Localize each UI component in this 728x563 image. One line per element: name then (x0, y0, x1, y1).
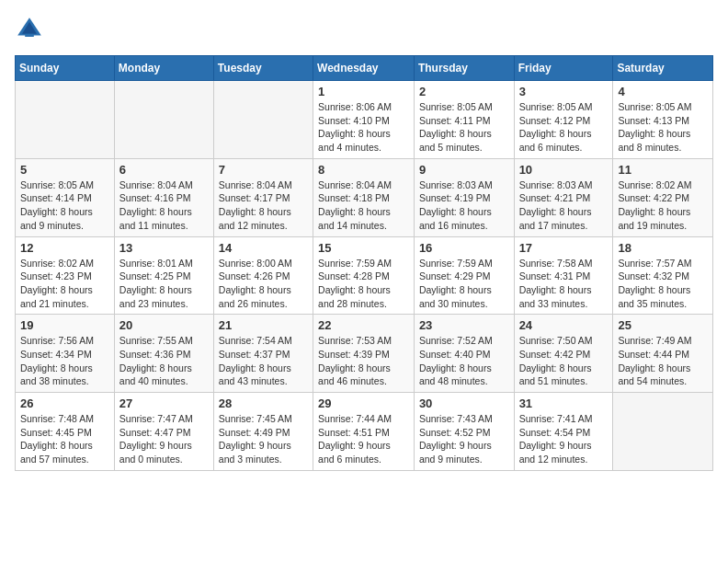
calendar-day-cell: 11Sunrise: 8:02 AM Sunset: 4:22 PM Dayli… (613, 158, 713, 236)
day-number: 3 (519, 85, 609, 98)
day-number: 23 (419, 318, 509, 332)
day-number: 9 (419, 163, 509, 177)
day-info: Sunrise: 7:45 AM Sunset: 4:49 PM Dayligh… (219, 412, 308, 466)
day-number: 30 (419, 396, 509, 410)
weekday-header: Sunday (16, 56, 115, 81)
weekday-header: Monday (114, 56, 213, 81)
calendar-day-cell: 22Sunrise: 7:53 AM Sunset: 4:39 PM Dayli… (313, 315, 415, 393)
weekday-header: Friday (514, 56, 613, 81)
calendar-day-cell: 25Sunrise: 7:49 AM Sunset: 4:44 PM Dayli… (613, 315, 713, 393)
day-number: 24 (519, 318, 609, 332)
day-number: 14 (219, 241, 308, 255)
calendar-day-cell: 4Sunrise: 8:05 AM Sunset: 4:13 PM Daylig… (613, 81, 713, 159)
day-info: Sunrise: 7:50 AM Sunset: 4:42 PM Dayligh… (519, 334, 609, 388)
day-number: 13 (119, 241, 209, 255)
day-number: 16 (419, 241, 509, 255)
calendar-day-cell: 1Sunrise: 8:06 AM Sunset: 4:10 PM Daylig… (313, 81, 415, 159)
day-info: Sunrise: 8:05 AM Sunset: 4:11 PM Dayligh… (419, 100, 509, 155)
day-info: Sunrise: 7:57 AM Sunset: 4:32 PM Dayligh… (618, 257, 708, 311)
day-info: Sunrise: 8:00 AM Sunset: 4:26 PM Dayligh… (219, 257, 308, 311)
day-number: 4 (618, 85, 708, 98)
calendar-header-row: SundayMondayTuesdayWednesdayThursdayFrid… (16, 56, 713, 81)
day-number: 27 (119, 396, 209, 410)
logo (15, 15, 48, 44)
day-info: Sunrise: 8:05 AM Sunset: 4:14 PM Dayligh… (20, 178, 109, 233)
day-info: Sunrise: 8:04 AM Sunset: 4:17 PM Dayligh… (219, 178, 308, 233)
calendar-day-cell: 10Sunrise: 8:03 AM Sunset: 4:21 PM Dayli… (514, 158, 613, 236)
calendar-day-cell: 19Sunrise: 7:56 AM Sunset: 4:34 PM Dayli… (16, 315, 115, 393)
calendar-week-row: 5Sunrise: 8:05 AM Sunset: 4:14 PM Daylig… (16, 158, 713, 236)
day-info: Sunrise: 8:01 AM Sunset: 4:25 PM Dayligh… (119, 257, 209, 311)
day-number: 25 (618, 318, 708, 332)
calendar-day-cell: 18Sunrise: 7:57 AM Sunset: 4:32 PM Dayli… (613, 236, 713, 315)
calendar-week-row: 12Sunrise: 8:02 AM Sunset: 4:23 PM Dayli… (16, 236, 713, 315)
day-info: Sunrise: 7:53 AM Sunset: 4:39 PM Dayligh… (318, 334, 409, 388)
calendar-day-cell: 21Sunrise: 7:54 AM Sunset: 4:37 PM Dayli… (213, 315, 313, 393)
calendar-day-cell: 3Sunrise: 8:05 AM Sunset: 4:12 PM Daylig… (514, 81, 613, 159)
weekday-header: Tuesday (213, 56, 313, 81)
page-header (15, 15, 713, 44)
day-info: Sunrise: 7:49 AM Sunset: 4:44 PM Dayligh… (618, 334, 708, 388)
calendar-day-cell (114, 81, 213, 159)
day-number: 10 (519, 163, 609, 177)
day-number: 19 (20, 318, 109, 332)
calendar-week-row: 1Sunrise: 8:06 AM Sunset: 4:10 PM Daylig… (16, 81, 713, 159)
calendar-day-cell (16, 81, 115, 159)
day-number: 15 (318, 241, 409, 255)
calendar-day-cell: 23Sunrise: 7:52 AM Sunset: 4:40 PM Dayli… (414, 315, 514, 393)
day-info: Sunrise: 8:04 AM Sunset: 4:16 PM Dayligh… (119, 178, 209, 233)
calendar: SundayMondayTuesdayWednesdayThursdayFrid… (15, 55, 713, 471)
day-info: Sunrise: 7:58 AM Sunset: 4:31 PM Dayligh… (519, 257, 609, 311)
day-number: 26 (20, 396, 109, 410)
calendar-day-cell: 5Sunrise: 8:05 AM Sunset: 4:14 PM Daylig… (16, 158, 115, 236)
day-number: 21 (219, 318, 308, 332)
weekday-header: Thursday (414, 56, 514, 81)
day-info: Sunrise: 7:59 AM Sunset: 4:28 PM Dayligh… (318, 257, 409, 311)
calendar-week-row: 26Sunrise: 7:48 AM Sunset: 4:45 PM Dayli… (16, 393, 713, 471)
calendar-week-row: 19Sunrise: 7:56 AM Sunset: 4:34 PM Dayli… (16, 315, 713, 393)
day-info: Sunrise: 8:04 AM Sunset: 4:18 PM Dayligh… (318, 178, 409, 233)
day-number: 7 (219, 163, 308, 177)
calendar-day-cell: 12Sunrise: 8:02 AM Sunset: 4:23 PM Dayli… (16, 236, 115, 315)
day-info: Sunrise: 8:03 AM Sunset: 4:21 PM Dayligh… (519, 178, 609, 233)
day-number: 31 (519, 396, 609, 410)
calendar-day-cell: 17Sunrise: 7:58 AM Sunset: 4:31 PM Dayli… (514, 236, 613, 315)
day-number: 18 (618, 241, 708, 255)
day-info: Sunrise: 8:05 AM Sunset: 4:13 PM Dayligh… (618, 100, 708, 155)
day-number: 29 (318, 396, 409, 410)
weekday-header: Wednesday (313, 56, 415, 81)
weekday-header: Saturday (613, 56, 713, 81)
day-number: 6 (119, 163, 209, 177)
day-number: 28 (219, 396, 308, 410)
day-info: Sunrise: 8:03 AM Sunset: 4:19 PM Dayligh… (419, 178, 509, 233)
calendar-day-cell: 29Sunrise: 7:44 AM Sunset: 4:51 PM Dayli… (313, 393, 415, 471)
calendar-day-cell: 8Sunrise: 8:04 AM Sunset: 4:18 PM Daylig… (313, 158, 415, 236)
day-info: Sunrise: 7:44 AM Sunset: 4:51 PM Dayligh… (318, 412, 409, 466)
calendar-day-cell (213, 81, 313, 159)
calendar-day-cell: 7Sunrise: 8:04 AM Sunset: 4:17 PM Daylig… (213, 158, 313, 236)
calendar-day-cell: 6Sunrise: 8:04 AM Sunset: 4:16 PM Daylig… (114, 158, 213, 236)
calendar-day-cell: 14Sunrise: 8:00 AM Sunset: 4:26 PM Dayli… (213, 236, 313, 315)
day-info: Sunrise: 7:54 AM Sunset: 4:37 PM Dayligh… (219, 334, 308, 388)
calendar-day-cell: 30Sunrise: 7:43 AM Sunset: 4:52 PM Dayli… (414, 393, 514, 471)
day-info: Sunrise: 7:59 AM Sunset: 4:29 PM Dayligh… (419, 257, 509, 311)
calendar-day-cell: 28Sunrise: 7:45 AM Sunset: 4:49 PM Dayli… (213, 393, 313, 471)
svg-rect-2 (25, 34, 34, 37)
day-info: Sunrise: 7:48 AM Sunset: 4:45 PM Dayligh… (20, 412, 109, 466)
calendar-day-cell: 20Sunrise: 7:55 AM Sunset: 4:36 PM Dayli… (114, 315, 213, 393)
day-number: 20 (119, 318, 209, 332)
calendar-day-cell: 27Sunrise: 7:47 AM Sunset: 4:47 PM Dayli… (114, 393, 213, 471)
day-info: Sunrise: 7:55 AM Sunset: 4:36 PM Dayligh… (119, 334, 209, 388)
day-info: Sunrise: 8:05 AM Sunset: 4:12 PM Dayligh… (519, 100, 609, 155)
day-info: Sunrise: 7:52 AM Sunset: 4:40 PM Dayligh… (419, 334, 509, 388)
day-info: Sunrise: 8:06 AM Sunset: 4:10 PM Dayligh… (318, 100, 409, 155)
calendar-day-cell: 15Sunrise: 7:59 AM Sunset: 4:28 PM Dayli… (313, 236, 415, 315)
calendar-day-cell: 13Sunrise: 8:01 AM Sunset: 4:25 PM Dayli… (114, 236, 213, 315)
day-info: Sunrise: 7:43 AM Sunset: 4:52 PM Dayligh… (419, 412, 509, 466)
calendar-day-cell: 9Sunrise: 8:03 AM Sunset: 4:19 PM Daylig… (414, 158, 514, 236)
day-number: 8 (318, 163, 409, 177)
day-info: Sunrise: 8:02 AM Sunset: 4:22 PM Dayligh… (618, 178, 708, 233)
logo-icon (15, 15, 44, 44)
day-number: 17 (519, 241, 609, 255)
calendar-day-cell: 24Sunrise: 7:50 AM Sunset: 4:42 PM Dayli… (514, 315, 613, 393)
